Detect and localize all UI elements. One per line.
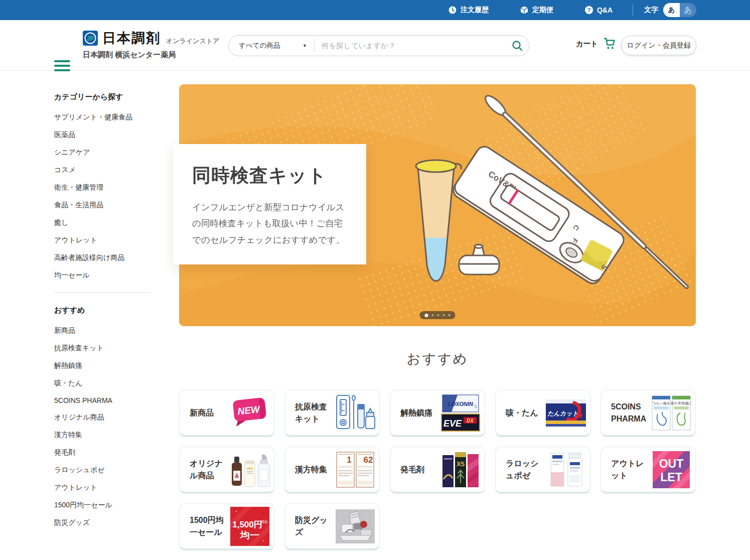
svg-text:LET: LET bbox=[660, 471, 682, 484]
card-disaster-goods[interactable]: 防災グッズ bbox=[284, 503, 380, 550]
sidebar-link[interactable]: 新商品 bbox=[54, 325, 149, 336]
card-laroche-posay[interactable]: ラロッシュポゼ bbox=[495, 447, 590, 494]
sidebar-item-uniform-sale: 均一セール bbox=[54, 270, 149, 281]
menu-hamburger-button[interactable] bbox=[54, 60, 70, 71]
carousel-dot-4[interactable] bbox=[443, 314, 445, 316]
carousel-dot-1[interactable] bbox=[425, 314, 428, 317]
sidebar-link[interactable]: サプリメント・健康食品 bbox=[54, 112, 149, 123]
card-label: ラロッシュポゼ bbox=[506, 458, 545, 481]
sidebar-item-laroche: ラロッシュポゼ bbox=[54, 465, 149, 476]
card-label: アウトレット bbox=[611, 458, 650, 481]
question-icon: ? bbox=[584, 6, 593, 15]
card-label: オリジナル商品 bbox=[190, 458, 229, 481]
site-logo[interactable]: JP 日本調剤 オンラインストア bbox=[83, 29, 219, 47]
sidebar-item-seniorcare: シニアケア bbox=[54, 147, 149, 158]
sidebar-link[interactable]: 発毛剤 bbox=[54, 447, 149, 458]
sidebar-link[interactable]: 衛生・健康管理 bbox=[54, 182, 149, 193]
sidebar-link[interactable]: 高齢者施設様向け商品 bbox=[54, 252, 149, 263]
sidebar-link[interactable]: 均一セール bbox=[54, 270, 149, 281]
sidebar-link[interactable]: ラロッシュポゼ bbox=[54, 465, 149, 476]
search-bar: すべての商品 ▼ bbox=[228, 35, 529, 56]
sidebar-item-5coins: 5COINS PHARMA bbox=[54, 395, 149, 405]
card-outlet[interactable]: アウトレット OUT LET bbox=[601, 447, 696, 494]
sidebar-link[interactable]: 防災グッズ bbox=[54, 517, 149, 528]
card-label: 1500円均一セール bbox=[190, 514, 229, 537]
search-input[interactable] bbox=[315, 42, 506, 50]
outlet-badge-icon: OUT LET bbox=[650, 449, 692, 490]
sidebar-link[interactable]: 5COINS PHARMA bbox=[54, 395, 149, 405]
sidebar-link[interactable]: オリジナル商品 bbox=[54, 412, 149, 423]
card-cough[interactable]: 咳・たん たんカット bbox=[495, 390, 590, 437]
new-badge-icon: NEW bbox=[229, 392, 271, 434]
hero-banner[interactable]: CoV&Flu C F T bbox=[179, 84, 696, 326]
svg-text:DX: DX bbox=[467, 417, 474, 423]
card-1500-sale[interactable]: 1500円均一セール + + + + 1,500円 税込 均一 bbox=[179, 503, 274, 550]
sidebar-category-list: サプリメント・健康食品 医薬品 シニアケア コスメ 衛生・健康管理 食品・生活用… bbox=[54, 112, 149, 281]
card-kampo[interactable]: 漢方特集 1 62 bbox=[284, 447, 380, 494]
carousel-dot-3[interactable] bbox=[437, 314, 439, 316]
carousel-dot-2[interactable] bbox=[432, 314, 434, 316]
cart-label: カート bbox=[576, 39, 598, 49]
sidebar-link[interactable]: 漢方特集 bbox=[54, 430, 149, 441]
sidebar-link[interactable]: アウトレット bbox=[54, 235, 149, 246]
font-size-normal-button[interactable]: あ bbox=[663, 3, 680, 17]
order-history-link[interactable]: 注文履歴 bbox=[448, 6, 489, 15]
cart-button[interactable]: カート bbox=[576, 37, 617, 50]
box-icon bbox=[520, 6, 529, 15]
card-label: 漢方特集 bbox=[295, 464, 334, 475]
brand-suffix: オンラインストア bbox=[166, 37, 219, 47]
sidebar-link[interactable]: 抗原検査キット bbox=[54, 343, 149, 354]
card-label: 解熱鎮痛 bbox=[400, 407, 439, 418]
svg-text:均一: 均一 bbox=[239, 530, 259, 540]
sidebar-item-1500-sale: 1500円均一セール bbox=[54, 500, 149, 511]
sidebar-link[interactable]: 解熱鎮痛 bbox=[54, 360, 149, 371]
hero-title: 同時検査キット bbox=[192, 163, 347, 188]
sidebar-link[interactable]: シニアケア bbox=[54, 147, 149, 158]
sidebar-item-new: 新商品 bbox=[54, 325, 149, 336]
sidebar-category-heading: カテゴリーから探す bbox=[54, 92, 149, 102]
card-label: 新商品 bbox=[190, 407, 229, 418]
card-label: 抗原検査キット bbox=[295, 401, 334, 424]
card-hair-growth[interactable]: 発毛剤 X5 bbox=[390, 447, 485, 494]
qa-link[interactable]: ? Q&A bbox=[584, 6, 613, 15]
sidebar-item-cosme: コスメ bbox=[54, 165, 149, 176]
5coins-products-icon: つらい痛み 胃の不快感に bbox=[650, 392, 692, 434]
sidebar-item-medicine: 医薬品 bbox=[54, 129, 149, 141]
sidebar-item-hygiene: 衛生・健康管理 bbox=[54, 182, 149, 193]
store-name: 日本調剤 横浜センター薬局 bbox=[83, 50, 219, 60]
svg-text:+: + bbox=[235, 509, 238, 514]
font-size-large-button[interactable]: あ bbox=[680, 3, 696, 17]
sidebar-link[interactable]: 咳・たん bbox=[54, 378, 149, 389]
sidebar-item-facility: 高齢者施設様向け商品 bbox=[54, 252, 149, 263]
sidebar-link[interactable]: アウトレット bbox=[54, 482, 149, 493]
sidebar-link[interactable]: 医薬品 bbox=[54, 129, 149, 141]
sidebar-item-antipyretic: 解熱鎮痛 bbox=[54, 360, 149, 371]
svg-text:62: 62 bbox=[364, 455, 373, 465]
sale-badge-icon: + + + + 1,500円 税込 均一 bbox=[229, 506, 271, 547]
search-button[interactable] bbox=[506, 36, 529, 56]
card-antigen-kit[interactable]: 抗原検査キット bbox=[284, 390, 380, 437]
search-category-select[interactable]: すべての商品 ▼ bbox=[229, 41, 314, 50]
cough-product-icon: たんカット bbox=[545, 392, 587, 434]
card-original-products[interactable]: オリジナル商品 bbox=[179, 447, 274, 494]
subscription-link[interactable]: 定期便 bbox=[520, 6, 553, 15]
hero-text-card: 同時検査キット インフルエンザと新型コロナウイルスの同時検査キットも取扱い中！ご… bbox=[173, 144, 366, 264]
font-size-toggle: あ あ bbox=[663, 3, 696, 17]
login-register-button[interactable]: ログイン・会員登録 bbox=[621, 36, 696, 55]
card-new-items[interactable]: 新商品 NEW bbox=[179, 390, 274, 437]
carousel-dot-5[interactable] bbox=[448, 314, 451, 316]
top-utility-bar: 注文履歴 定期便 ? Q&A 文字 あ あ bbox=[0, 0, 750, 20]
sidebar-item-cough: 咳・たん bbox=[54, 378, 149, 389]
card-5coins-pharma[interactable]: 5COINS PHARMA つらい痛み 胃の不快感に bbox=[601, 390, 696, 437]
site-header: JP 日本調剤 オンラインストア 日本調剤 横浜センター薬局 すべての商品 ▼ … bbox=[0, 20, 750, 70]
sidebar-item-kampo: 漢方特集 bbox=[54, 430, 149, 441]
sidebar-link[interactable]: 食品・生活用品 bbox=[54, 200, 149, 211]
sidebar-link[interactable]: 1500円均一セール bbox=[54, 500, 149, 511]
sidebar-link[interactable]: コスメ bbox=[54, 165, 149, 176]
topbar-divider bbox=[633, 5, 633, 16]
svg-text:EVE: EVE bbox=[443, 418, 462, 429]
svg-text:LOXONIN: LOXONIN bbox=[448, 401, 474, 407]
sidebar-link[interactable]: 癒し bbox=[54, 217, 149, 228]
card-antipyretic[interactable]: 解熱鎮痛 LOXONIN S EVE DX bbox=[390, 390, 485, 437]
svg-text:+: + bbox=[234, 539, 237, 544]
